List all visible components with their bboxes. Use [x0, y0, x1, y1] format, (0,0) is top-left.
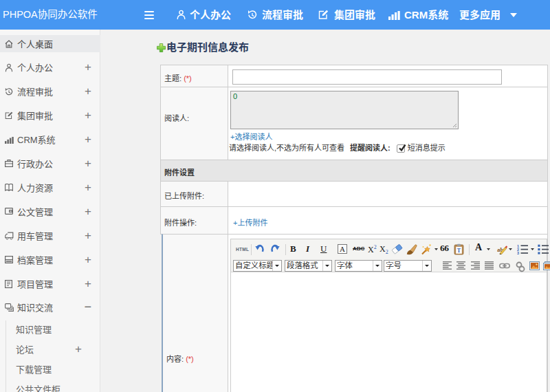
- svg-text:T: T: [457, 248, 461, 254]
- svg-text:3: 3: [517, 251, 519, 254]
